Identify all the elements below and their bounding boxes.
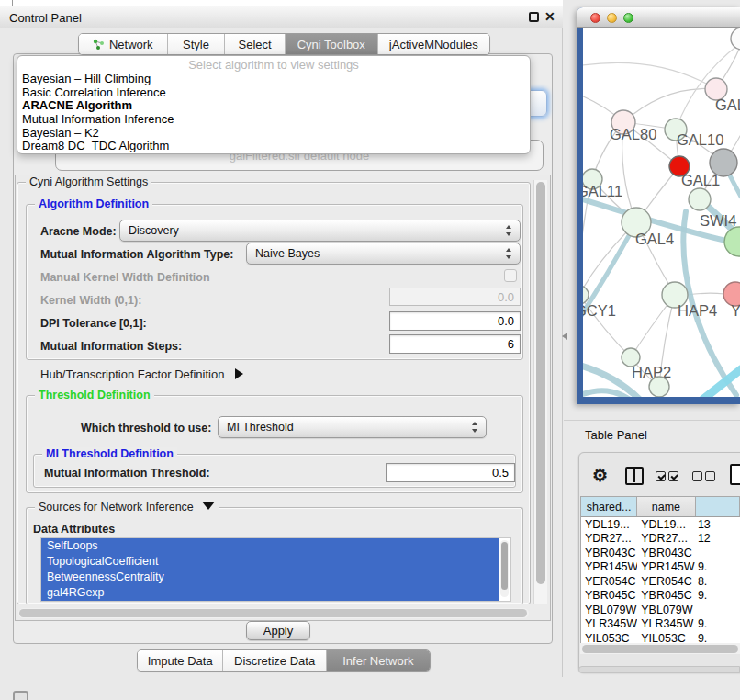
columns-icon[interactable]: [625, 467, 644, 485]
float-window-icon[interactable]: [529, 12, 539, 22]
table-cell[interactable]: YLR345W: [581, 617, 637, 632]
document-icon[interactable]: [730, 464, 740, 485]
dropdown-placeholder: Select algorithm to view settings: [17, 58, 530, 73]
network-canvas[interactable]: GALGAL80GAL10GAL1GAL11SWI4GAL4GCY1HAP4YH…: [583, 28, 740, 397]
table-cell[interactable]: YDL19...: [581, 517, 637, 532]
settings-horizontal-scrollbar[interactable]: [18, 608, 529, 618]
data-attributes-list[interactable]: SelfLoopsTopologicalCoefficientBetweenne…: [40, 537, 511, 602]
kernel-width-field[interactable]: 0.0: [389, 288, 521, 306]
table-row[interactable]: YBR043CYBR043C: [581, 546, 740, 560]
settings-vertical-scrollbar[interactable]: [533, 180, 547, 604]
which-threshold-combo[interactable]: MI Threshold: [218, 416, 487, 438]
table-cell[interactable]: YPR145W: [581, 560, 637, 575]
dropdown-option[interactable]: Bayesian – K2: [17, 127, 530, 141]
mi-steps-field[interactable]: 6: [389, 334, 521, 354]
table-row[interactable]: YER054CYER054C8.: [581, 574, 740, 589]
table-cell[interactable]: [696, 603, 740, 617]
network-icon: [93, 39, 105, 51]
expand-right-icon: [235, 368, 243, 379]
table-cell[interactable]: YBL079W: [637, 603, 696, 617]
dpi-tolerance-field[interactable]: 0.0: [389, 311, 521, 331]
dropdown-option-selected[interactable]: ARACNE Algorithm: [17, 99, 530, 113]
tab-infer-network[interactable]: Infer Network: [327, 650, 430, 671]
dropdown-option[interactable]: Basic Correlation Inference: [17, 86, 530, 100]
table-cell[interactable]: YLR345W: [637, 617, 696, 632]
column-header-shared[interactable]: shared...: [581, 497, 637, 516]
table-row[interactable]: YBL079WYBL079W: [581, 603, 740, 617]
mi-type-value: Naive Bayes: [255, 247, 320, 260]
column-header-name[interactable]: name: [637, 497, 696, 516]
table-cell[interactable]: YBR045C: [581, 589, 637, 604]
minimize-traffic-light-icon[interactable]: [607, 13, 617, 23]
tab-select[interactable]: Select: [225, 34, 286, 54]
panel-collapse-arrow-icon[interactable]: [562, 333, 567, 340]
network-node[interactable]: [649, 377, 669, 397]
tab-jactivemnodules[interactable]: jActiveMNodules: [378, 34, 489, 54]
network-edge[interactable]: [623, 88, 716, 122]
tab-label: Infer Network: [342, 654, 413, 668]
apply-button[interactable]: Apply: [246, 621, 310, 640]
table-row[interactable]: YDR27...YDR27...12: [581, 532, 740, 547]
network-window-titlebar[interactable]: [577, 7, 740, 28]
table-row[interactable]: YDL19...YDL19...13: [581, 517, 740, 532]
mi-steps-value: 6: [508, 337, 514, 351]
dropdown-option[interactable]: Dream8 DC_TDC Algorithm: [17, 140, 530, 153]
stepper-arrows-icon: [506, 225, 512, 236]
table-cell[interactable]: YER054C: [637, 574, 696, 589]
table-cell[interactable]: YDR27...: [581, 532, 637, 547]
table-horizontal-scrollbar[interactable]: [580, 643, 740, 654]
table-cell[interactable]: YBR043C: [581, 546, 637, 560]
network-edge[interactable]: [583, 62, 716, 89]
manual-kernel-checkbox[interactable]: [504, 269, 517, 282]
minimized-panel-icon[interactable]: [13, 691, 28, 700]
table-cell[interactable]: YBL079W: [581, 603, 637, 617]
list-scrollbar[interactable]: [500, 540, 509, 597]
dropdown-option[interactable]: Mutual Information Inference: [17, 113, 530, 127]
attribute-item-selected[interactable]: gal4RGexp: [41, 585, 499, 601]
attribute-item-selected[interactable]: BetweennessCentrality: [41, 570, 499, 585]
table-cell[interactable]: 8.: [696, 574, 740, 589]
tab-impute-data[interactable]: Impute Data: [138, 650, 223, 671]
table-cell[interactable]: 9.: [696, 589, 740, 604]
network-edge[interactable]: [688, 293, 724, 295]
deselect-all-icon[interactable]: [692, 471, 715, 481]
table-cell[interactable]: 9.: [696, 560, 740, 575]
mi-threshold-field[interactable]: 0.5: [386, 463, 515, 482]
table-cell[interactable]: YDL19...: [637, 517, 696, 532]
zoom-traffic-light-icon[interactable]: [623, 13, 633, 23]
network-node[interactable]: [731, 28, 740, 50]
table-cell[interactable]: 13: [696, 517, 740, 532]
dropdown-option[interactable]: Bayesian – Hill Climbing: [17, 73, 530, 86]
table-cell[interactable]: 9.: [696, 617, 740, 632]
tab-style[interactable]: Style: [168, 34, 226, 54]
attribute-item-selected[interactable]: TopologicalCoefficient: [41, 554, 499, 570]
sources-title: Sources for Network Inference: [39, 501, 194, 514]
tab-cyni-toolbox[interactable]: Cyni Toolbox: [286, 34, 378, 54]
table-cell[interactable]: [696, 546, 740, 560]
network-node[interactable]: [724, 227, 740, 256]
close-icon[interactable]: ✕: [544, 9, 555, 24]
mi-type-combo[interactable]: Naive Bayes: [246, 243, 521, 265]
table-row[interactable]: YBR045CYBR045C9.: [581, 589, 740, 604]
table-cell[interactable]: YDR27...: [637, 532, 696, 547]
table-cell[interactable]: YBR043C: [637, 546, 696, 560]
aracne-mode-combo[interactable]: Discovery: [119, 220, 521, 242]
close-traffic-light-icon[interactable]: [590, 13, 600, 23]
gear-icon[interactable]: ⚙: [592, 465, 608, 486]
table-cell[interactable]: YPR145W: [637, 560, 696, 575]
table-row[interactable]: YLR345WYLR345W9.: [581, 617, 740, 632]
attribute-item-selected[interactable]: SelfLoops: [41, 538, 499, 554]
column-header-partial[interactable]: [696, 497, 740, 516]
mi-threshold-value: 0.5: [492, 466, 509, 480]
sources-title-toggle[interactable]: Sources for Network Inference: [35, 501, 219, 514]
hub-section-toggle[interactable]: Hub/Transcription Factor Definition: [40, 367, 243, 381]
select-all-icon[interactable]: [656, 471, 678, 481]
tab-discretize-data[interactable]: Discretize Data: [223, 650, 326, 671]
table-cell[interactable]: YBR045C: [637, 589, 696, 604]
network-node-swi4[interactable]: [689, 188, 711, 210]
table-cell[interactable]: 12: [696, 532, 740, 547]
tab-network[interactable]: Network: [79, 34, 168, 54]
table-cell[interactable]: YER054C: [581, 574, 637, 589]
table-row[interactable]: YPR145WYPR145W9.: [581, 560, 740, 575]
network-graph[interactable]: GALGAL80GAL10GAL1GAL11SWI4GAL4GCY1HAP4YH…: [583, 28, 740, 397]
